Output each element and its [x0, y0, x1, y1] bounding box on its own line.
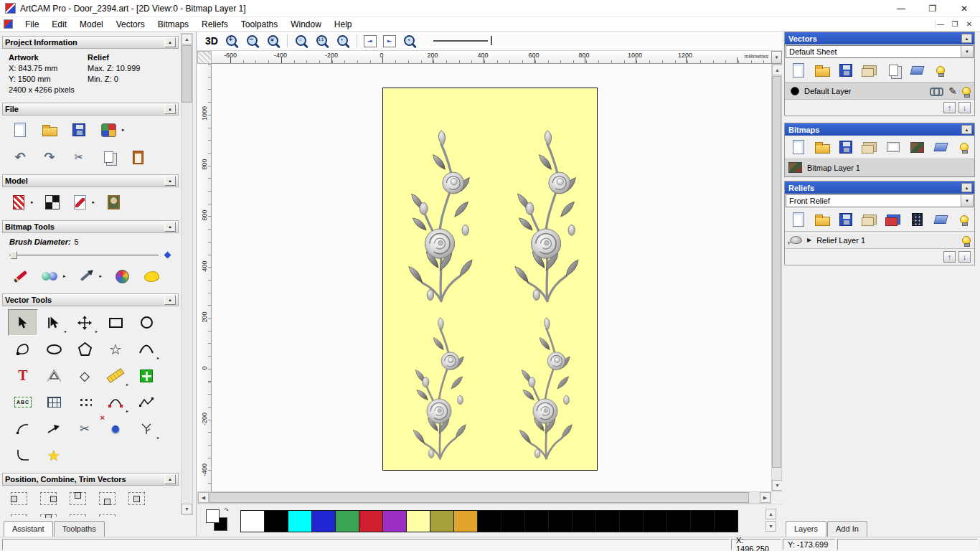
open-bitmap-layer-icon[interactable]	[814, 138, 831, 156]
align-top-icon[interactable]	[70, 492, 86, 505]
brush-diameter-slider[interactable]	[9, 250, 171, 260]
scroll-up-icon[interactable]: ▲	[182, 34, 192, 44]
flyout-arrow-icon[interactable]: ▸	[100, 273, 103, 279]
palette-swatch[interactable]	[453, 510, 478, 532]
assistant-scrollbar[interactable]: ▲ ▼	[181, 33, 193, 515]
palette-swatch[interactable]	[430, 510, 454, 532]
palette-swatch[interactable]	[572, 510, 596, 532]
scrollbar-thumb[interactable]	[209, 492, 749, 503]
redo-icon[interactable]	[40, 148, 59, 166]
canvas-vertical-scrollbar[interactable]: ▲ ▼	[771, 64, 782, 491]
grid-tool[interactable]	[39, 389, 69, 415]
view-fade-slider[interactable]	[433, 36, 495, 46]
flyout-arrow-icon[interactable]: ▸	[126, 382, 128, 387]
palette-swatch[interactable]	[548, 510, 573, 532]
flyout-arrow-icon[interactable]: ▸	[65, 329, 67, 334]
expand-layer-icon[interactable]: ▶	[807, 237, 811, 243]
zoom-out-icon[interactable]: −	[245, 34, 260, 49]
move-layer-down-icon[interactable]: ↓	[958, 251, 971, 263]
collapse-section-icon[interactable]: ▲	[164, 474, 176, 484]
menu-model[interactable]: Model	[73, 18, 110, 31]
merge-relief-layers-icon[interactable]	[861, 211, 878, 228]
tab-layers[interactable]: Layers	[786, 521, 826, 537]
ruler-options-icon[interactable]: ▼	[771, 51, 782, 64]
toggle-all-visibility-icon[interactable]	[956, 211, 973, 228]
collapse-section-icon[interactable]: ▲	[961, 183, 972, 192]
palette-swatch[interactable]	[643, 510, 667, 532]
paint-selective-tool-icon[interactable]	[40, 267, 59, 286]
new-bitmap-layer-icon[interactable]	[790, 138, 807, 156]
restore-icon[interactable]: ❐	[917, 0, 948, 17]
minimize-icon[interactable]: —	[885, 0, 917, 17]
import-model-icon[interactable]	[99, 121, 118, 139]
palette-swatch[interactable]	[406, 510, 430, 532]
merge-bitmap-layers-icon[interactable]	[861, 138, 878, 156]
menu-edit[interactable]: Edit	[45, 18, 73, 31]
zoom-previous-icon[interactable]: ◂	[402, 34, 417, 49]
star-tool[interactable]	[100, 336, 131, 362]
select-vectors-tool[interactable]	[8, 309, 38, 336]
palette-swatch[interactable]	[690, 510, 715, 532]
layer-name[interactable]: Relief Layer 1	[816, 236, 957, 245]
bitmap-layer-row[interactable]: Bitmap Layer 1	[785, 159, 974, 176]
align-center-icon[interactable]	[128, 492, 145, 505]
ellipse-tool[interactable]	[39, 336, 69, 362]
zoom-fit-icon[interactable]: 1:1	[315, 34, 329, 49]
palette-swatch[interactable]	[264, 510, 288, 532]
palette-swatch[interactable]	[359, 510, 383, 532]
delete-layer-icon[interactable]	[908, 62, 925, 79]
palette-swatch[interactable]	[524, 510, 549, 532]
layer-visibility-icon[interactable]	[962, 236, 971, 245]
edit-layer-icon[interactable]	[948, 85, 957, 97]
palette-swatch[interactable]	[595, 510, 620, 532]
menu-window[interactable]: Window	[284, 18, 328, 31]
circle-tool[interactable]	[131, 309, 161, 336]
palette-swatch[interactable]	[501, 510, 525, 532]
primary-secondary-colour-indicator[interactable]: ↷	[206, 509, 227, 531]
open-relief-layer-icon[interactable]	[814, 211, 831, 228]
scroll-right-icon[interactable]: ▶	[760, 492, 771, 503]
collapse-section-icon[interactable]: ▲	[961, 34, 972, 43]
text-tool[interactable]	[8, 362, 38, 389]
align-bottom-icon[interactable]	[99, 492, 116, 505]
delete-relief-layer-icon[interactable]	[932, 211, 949, 228]
zoom-object-icon[interactable]: ▣	[266, 34, 281, 49]
fillet-tool[interactable]	[8, 442, 38, 468]
spin-relief-tool[interactable]	[100, 415, 131, 442]
palette-swatch[interactable]	[714, 510, 738, 532]
polyline-tool[interactable]	[131, 389, 161, 415]
palette-scroll-down-icon[interactable]: ▼	[765, 521, 776, 532]
text-block-tool[interactable]: ABC	[8, 389, 38, 415]
layer-name[interactable]: Bitmap Layer 1	[807, 164, 971, 172]
mdi-minimize-icon[interactable]: —	[936, 20, 946, 28]
toggle-all-visibility-icon[interactable]	[956, 138, 973, 156]
snap-layer-icon[interactable]	[930, 88, 943, 94]
flyout-arrow-icon[interactable]: ▸	[122, 127, 125, 133]
save-bitmap-layer-icon[interactable]	[837, 138, 854, 156]
scroll-left-icon[interactable]: ◀	[198, 492, 209, 503]
design-canvas[interactable]	[212, 64, 771, 491]
colour-palette-icon[interactable]	[113, 267, 131, 286]
scroll-up-icon[interactable]: ▲	[772, 65, 783, 75]
flyout-arrow-icon[interactable]: ▸	[126, 408, 128, 413]
new-vector-layer-icon[interactable]	[790, 62, 807, 79]
clear-layer-icon[interactable]	[885, 138, 902, 156]
palette-swatch[interactable]	[240, 510, 265, 532]
combine-reliefs-icon[interactable]	[885, 211, 902, 228]
palette-scroll-up-icon[interactable]: ▲	[765, 509, 776, 519]
arc-segment-tool[interactable]	[8, 415, 38, 442]
zoom-window-icon[interactable]: □	[294, 34, 308, 49]
switch-3d-view-button[interactable]: 3D	[205, 35, 218, 47]
offset-vectors-tool[interactable]	[39, 362, 69, 389]
palette-swatch[interactable]	[288, 510, 312, 532]
trim-vectors-tool[interactable]	[70, 415, 100, 442]
tab-add-in[interactable]: Add In	[827, 521, 867, 537]
relief-layer-row[interactable]: ▶ Relief Layer 1	[785, 231, 974, 249]
save-vector-layer-icon[interactable]	[837, 62, 854, 79]
mdi-close-icon[interactable]: ✕	[964, 20, 974, 28]
paste-icon[interactable]	[128, 148, 147, 166]
open-vector-layer-icon[interactable]	[814, 62, 831, 79]
layer-colour-icon[interactable]	[791, 87, 799, 95]
bezier-curve-tool[interactable]: ▸	[100, 389, 131, 415]
collapse-section-icon[interactable]: ▲	[961, 125, 972, 134]
